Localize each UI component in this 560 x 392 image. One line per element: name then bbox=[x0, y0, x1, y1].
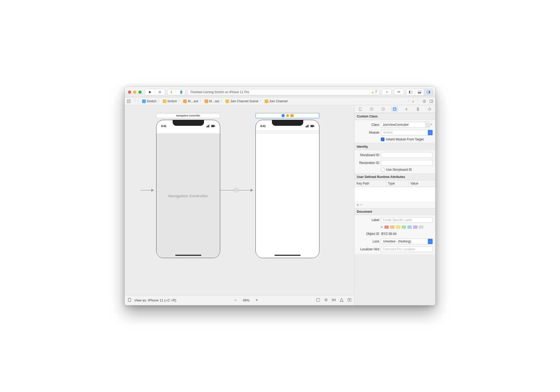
storyboard-id-field[interactable] bbox=[381, 152, 433, 158]
class-field[interactable] bbox=[381, 122, 425, 128]
device-icon bbox=[179, 90, 183, 94]
object-id-label: Object ID bbox=[357, 232, 379, 236]
color-swatch[interactable] bbox=[384, 225, 389, 229]
breadcrumb-project[interactable]: Smitch bbox=[142, 99, 156, 103]
zoom-window-button[interactable] bbox=[138, 91, 142, 94]
runtime-attrs-buttons: +− bbox=[354, 201, 435, 208]
breadcrumb-folder[interactable]: Smitch bbox=[163, 99, 177, 103]
interface-builder-canvas[interactable]: Navigation Controller 9:41 bbox=[125, 105, 354, 295]
scene-join-channel[interactable]: 9:41 bbox=[255, 113, 319, 258]
run-button[interactable] bbox=[145, 89, 155, 95]
breadcrumb-file-1[interactable]: M…ard bbox=[183, 99, 198, 103]
pin-constraints-button[interactable] bbox=[332, 298, 336, 303]
library-add-button[interactable]: ＋ bbox=[382, 89, 392, 95]
battery-icon bbox=[310, 125, 314, 127]
runtime-attrs-table[interactable] bbox=[354, 187, 435, 201]
restoration-id-field[interactable] bbox=[381, 160, 433, 166]
issue-back-button[interactable]: 〈 bbox=[406, 99, 410, 103]
use-storyboard-id-checkbox[interactable] bbox=[381, 168, 384, 171]
color-swatch[interactable] bbox=[419, 225, 423, 229]
view-as-label[interactable]: View as: iPhone 11 (wC hR) bbox=[134, 298, 176, 302]
viewcontroller-icon bbox=[265, 99, 268, 103]
history-back-button[interactable]: 〈 bbox=[133, 99, 136, 103]
svg-rect-29 bbox=[307, 125, 308, 127]
toggle-inspector-button[interactable] bbox=[424, 89, 433, 95]
stop-button[interactable] bbox=[155, 89, 165, 95]
col-type: Type bbox=[386, 180, 409, 187]
attributes-inspector-tab[interactable] bbox=[403, 106, 410, 112]
chevron-down-icon: ⌄ bbox=[428, 130, 433, 135]
toggle-navigator-button[interactable] bbox=[406, 89, 415, 95]
nav-bar bbox=[156, 130, 220, 134]
scene-header-selected[interactable] bbox=[255, 113, 319, 118]
related-items-icon[interactable] bbox=[126, 99, 131, 103]
code-review-button[interactable] bbox=[394, 89, 404, 95]
scene-navigation-controller[interactable]: Navigation Controller 9:41 bbox=[156, 113, 220, 258]
remove-attr-button[interactable]: − bbox=[360, 203, 363, 207]
status-text: Finished running Smitch on iPhone 11 Pro bbox=[190, 90, 249, 94]
adjust-editor-button[interactable]: + bbox=[429, 99, 434, 103]
svg-rect-33 bbox=[314, 126, 314, 127]
identity-inspector-tab[interactable] bbox=[391, 106, 398, 112]
align-button[interactable] bbox=[324, 298, 328, 303]
svg-rect-5 bbox=[418, 92, 421, 93]
scheme-selector[interactable]: 〉 bbox=[167, 89, 185, 95]
activity-status-bar[interactable]: Finished running Smitch on iPhone 11 Pro… bbox=[188, 89, 380, 95]
toggle-debug-area-button[interactable] bbox=[415, 89, 424, 95]
history-inspector-tab[interactable] bbox=[368, 106, 375, 112]
file-inspector-tab[interactable] bbox=[357, 106, 364, 112]
resolve-issues-button[interactable] bbox=[340, 298, 344, 303]
breadcrumb-sep: 〉 bbox=[178, 99, 182, 103]
color-swatch[interactable] bbox=[402, 225, 406, 229]
chevron-down-icon: ⌄ bbox=[428, 239, 433, 244]
help-inspector-tab[interactable]: ? bbox=[380, 106, 387, 112]
add-attr-button[interactable]: + bbox=[357, 203, 360, 207]
size-inspector-tab[interactable] bbox=[415, 106, 421, 112]
breadcrumb-vc[interactable]: Join Channel bbox=[265, 99, 288, 103]
svg-rect-11 bbox=[129, 102, 130, 103]
svg-rect-8 bbox=[127, 99, 128, 100]
chevron-right-icon: 〉 bbox=[175, 90, 178, 94]
panel-toggle-group bbox=[406, 89, 433, 96]
color-swatch[interactable] bbox=[413, 225, 417, 229]
breadcrumb-sep: 〉 bbox=[158, 99, 161, 103]
scene-header[interactable]: Navigation Controller bbox=[156, 113, 220, 118]
minimize-window-button[interactable] bbox=[133, 91, 136, 94]
segue-relationship-icon[interactable] bbox=[234, 188, 239, 192]
class-dropdown-icon[interactable]: ⌄ bbox=[430, 122, 433, 128]
color-swatch[interactable] bbox=[396, 225, 400, 229]
class-jump-icon[interactable]: ◯ bbox=[425, 122, 430, 128]
doc-label-field[interactable] bbox=[381, 217, 433, 223]
breadcrumb-label: M…se) bbox=[209, 99, 219, 103]
col-value: Value bbox=[409, 180, 435, 187]
color-swatch[interactable] bbox=[390, 225, 394, 229]
scene-title: Navigation Controller bbox=[176, 114, 200, 117]
lock-select[interactable]: Inherited - (Nothing) ⌄ bbox=[381, 239, 433, 244]
zoom-in-button[interactable]: + bbox=[254, 298, 259, 303]
svg-rect-16 bbox=[206, 126, 207, 127]
home-indicator-icon bbox=[175, 255, 201, 256]
module-select[interactable]: Smitch ⌄ bbox=[381, 130, 433, 135]
identity-body: Storyboard ID Restoration ID Use Storybo… bbox=[354, 150, 435, 174]
first-responder-icon bbox=[286, 114, 289, 117]
exit-icon bbox=[290, 114, 294, 117]
connections-inspector-tab[interactable] bbox=[426, 106, 433, 112]
close-window-button[interactable] bbox=[128, 91, 131, 94]
embed-in-button[interactable] bbox=[316, 298, 320, 303]
col-keypath: Key Path bbox=[354, 180, 386, 187]
issue-forward-button[interactable]: 〉 bbox=[417, 99, 420, 103]
embed-stack-button[interactable] bbox=[347, 298, 352, 303]
zoom-level[interactable]: 49% bbox=[243, 298, 249, 302]
zoom-out-button[interactable]: − bbox=[233, 298, 238, 303]
clear-color-button[interactable]: × bbox=[381, 225, 383, 229]
document-outline-icon[interactable] bbox=[422, 99, 427, 103]
breadcrumb-sep: 〉 bbox=[200, 99, 203, 103]
localizer-hint-field[interactable] bbox=[381, 246, 433, 252]
device-config-icon[interactable] bbox=[127, 298, 132, 303]
color-swatch[interactable] bbox=[407, 225, 412, 229]
breadcrumb-file-2[interactable]: M…se) bbox=[205, 99, 219, 103]
inherit-module-checkbox[interactable]: ✓ bbox=[381, 138, 384, 141]
issue-indicator[interactable]: ▲ 7 bbox=[371, 90, 377, 94]
history-forward-button[interactable]: 〉 bbox=[137, 99, 141, 103]
breadcrumb-scene[interactable]: Join Channel Scene bbox=[225, 99, 258, 103]
